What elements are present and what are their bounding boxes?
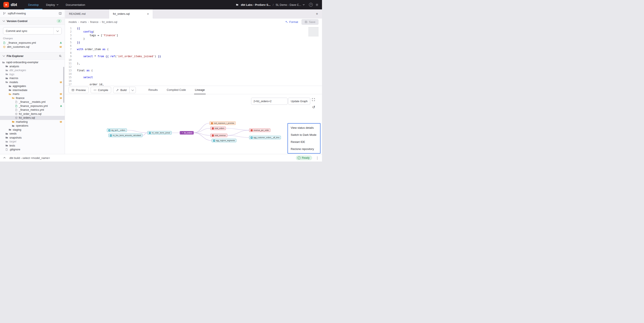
branch-row: sqlfluff-meeting — [0, 10, 65, 17]
lineage-selector-input[interactable] — [251, 98, 288, 105]
tab-fct_orders.sql[interactable]: fct_orders.sql× — [109, 10, 153, 18]
menu-item-view-status-details[interactable]: View status details — [288, 124, 320, 131]
compile-button[interactable]: Compile — [90, 87, 111, 93]
lineage-edge — [194, 123, 210, 133]
lineage-node-fct_orders[interactable]: ◆fct_orders — [180, 131, 194, 134]
tree-item-aggregates[interactable]: aggregates — [0, 84, 65, 88]
update-graph-button[interactable]: Update Graph — [288, 98, 310, 105]
code-line: 8 — [65, 51, 322, 54]
change-item[interactable]: dim_customers.sqlM — [0, 45, 65, 49]
lineage-node-total_orders[interactable]: ≈total_orders — [210, 126, 226, 130]
tree-item-operations[interactable]: operations — [0, 124, 65, 128]
lineage-node-total_revenue[interactable]: ≈total_revenue — [210, 134, 227, 137]
close-tab-icon[interactable]: × — [147, 12, 149, 16]
tree-item-name: seeds — [10, 132, 62, 135]
tree-item-name: logs — [10, 73, 62, 76]
tree-item-marketing[interactable]: marketingM — [0, 120, 65, 124]
scrollbar[interactable] — [63, 67, 64, 103]
lineage-edge — [194, 133, 212, 140]
commit-options-chevron[interactable] — [53, 28, 62, 34]
code-text: }} — [72, 41, 80, 44]
tab-results[interactable]: Results — [148, 86, 158, 94]
tree-item-_finance_metrics.yml[interactable]: _finance_metrics.yml — [0, 108, 65, 112]
code-text: select — [72, 76, 93, 79]
tree-item-marts[interactable]: martsM — [0, 92, 65, 96]
tree-item-name: tests — [10, 144, 62, 147]
lineage-node-int_line_items_amounts_calculated[interactable]: ◆int_line_items_amounts_calculated — [108, 134, 142, 137]
tree-item-finance[interactable]: financeM — [0, 96, 65, 100]
lineage-node-stg_tpch__orders[interactable]: ◆stg_tpch__orders — [107, 128, 127, 132]
tree-item-models[interactable]: modelsM — [0, 80, 65, 84]
tab-README.md[interactable]: README.md — [65, 10, 109, 18]
tree-item-.gitignore[interactable]: .gitignore — [0, 148, 65, 152]
lineage-node-int_order_items_joined[interactable]: ◆int_order_items_joined — [148, 131, 172, 134]
code-editor[interactable]: 1{{2 config(3 tags = ['finance']4 )5}}67… — [65, 26, 322, 86]
docs-book-icon[interactable] — [59, 12, 62, 15]
tab-lineage[interactable]: Lineage — [194, 86, 206, 94]
lineage-node-revenue_per_order[interactable]: ≈revenue_per_order — [249, 128, 270, 132]
tree-item-tests[interactable]: tests — [0, 144, 65, 148]
tree-item-snapshots[interactable]: snapshots — [0, 136, 65, 140]
file-icon — [5, 148, 8, 151]
search-icon[interactable] — [59, 54, 62, 58]
tree-item-dbt_packages[interactable]: dbt_packages — [0, 68, 65, 72]
tree-item-analysis[interactable]: analysis — [0, 64, 65, 68]
build-options-chevron[interactable] — [130, 87, 136, 93]
tree-item-logs[interactable]: logs — [0, 72, 65, 76]
nav-develop[interactable]: Develop — [24, 0, 42, 10]
tree-item-macros[interactable]: macros — [0, 76, 65, 80]
tree-item-intermediate[interactable]: intermediate — [0, 88, 65, 92]
tab-compiled-code[interactable]: Compiled Code — [166, 86, 187, 94]
nav-documentation[interactable]: Documentation — [62, 0, 89, 10]
file-icon — [15, 108, 18, 111]
line-number: 11 — [65, 62, 72, 65]
lineage-edge — [227, 130, 249, 135]
tree-item-name: fct_orders.sql — [19, 116, 62, 119]
dbt-command-input[interactable]: dbt build --select <model_name> — [10, 156, 50, 160]
settings-gear-icon[interactable] — [315, 3, 318, 6]
preview-button[interactable]: Preview — [68, 87, 89, 93]
commit-and-sync-button[interactable]: Commit and sync — [3, 27, 62, 34]
save-button[interactable]: Save — [302, 19, 318, 25]
tree-item-seeds[interactable]: seeds — [0, 132, 65, 136]
file-icon — [3, 42, 6, 44]
dbt-logo[interactable]: ✕ dbt — [4, 2, 17, 8]
tree-item-_finance__models.yml[interactable]: _finance__models.yml — [0, 100, 65, 104]
change-item[interactable]: _finance_exposures.ymlA — [0, 41, 65, 45]
tree-item-fct_orders.sql[interactable]: fct_orders.sql — [0, 116, 65, 120]
lineage-edge — [142, 133, 148, 135]
help-button[interactable]: ? — [309, 3, 313, 7]
tree-item-rapid-onboarding-exemplar[interactable]: rapid-onboarding-exemplar — [0, 60, 65, 64]
lineage-node-real_exposure_i_promise[interactable]: ↗real_exposure_i_promise — [210, 122, 236, 125]
model-node-icon: ◆ — [251, 137, 252, 138]
overflow-menu-icon[interactable]: ⋮ — [316, 156, 319, 160]
code-text — [72, 51, 77, 54]
format-button[interactable]: Format — [285, 20, 298, 24]
version-control-header[interactable]: Version Control 2 — [0, 17, 65, 25]
tree-item-target[interactable]: target — [0, 140, 65, 144]
code-text — [72, 65, 77, 68]
account-name[interactable]: dbt Labs - ProServ S... — [241, 3, 270, 6]
new-tab-button[interactable]: + — [316, 10, 318, 18]
project-selector[interactable]: SL Demo - Dave C... — [276, 3, 305, 6]
code-text — [72, 58, 77, 62]
lineage-node-agg_customer_orders__all_time[interactable]: ◆agg_customer_orders__all_time — [249, 136, 281, 139]
tree-item-_finance_exposures.yml[interactable]: _finance_exposures.ymlA — [0, 104, 65, 108]
menu-item-reclone-repository[interactable]: Reclone repository — [288, 146, 320, 152]
fullscreen-icon[interactable] — [312, 98, 315, 101]
tree-item-fct_order_items.sql[interactable]: fct_order_items.sql — [0, 112, 65, 116]
file-explorer-header[interactable]: File Explorer — [0, 52, 65, 60]
expand-command-bar-chevron[interactable] — [3, 156, 6, 159]
code-line: 2 config( — [65, 30, 322, 34]
menu-item-switch-to-dark-mode[interactable]: Switch to Dark Mode — [288, 131, 320, 138]
folder-icon — [5, 81, 8, 84]
folder-icon — [5, 65, 8, 68]
tree-item-staging[interactable]: staging — [0, 128, 65, 132]
metric-node-icon: ≈ — [212, 128, 214, 129]
lineage-node-agg_regions_segments[interactable]: ◆agg_regions_segments — [212, 139, 236, 142]
reset-view-icon[interactable]: ↺ — [312, 106, 315, 109]
build-button[interactable]: Build — [113, 87, 136, 93]
minimap[interactable] — [308, 27, 318, 36]
nav-deploy[interactable]: Deploy — [42, 0, 62, 10]
menu-item-restart-ide[interactable]: Restart IDE — [288, 138, 320, 146]
